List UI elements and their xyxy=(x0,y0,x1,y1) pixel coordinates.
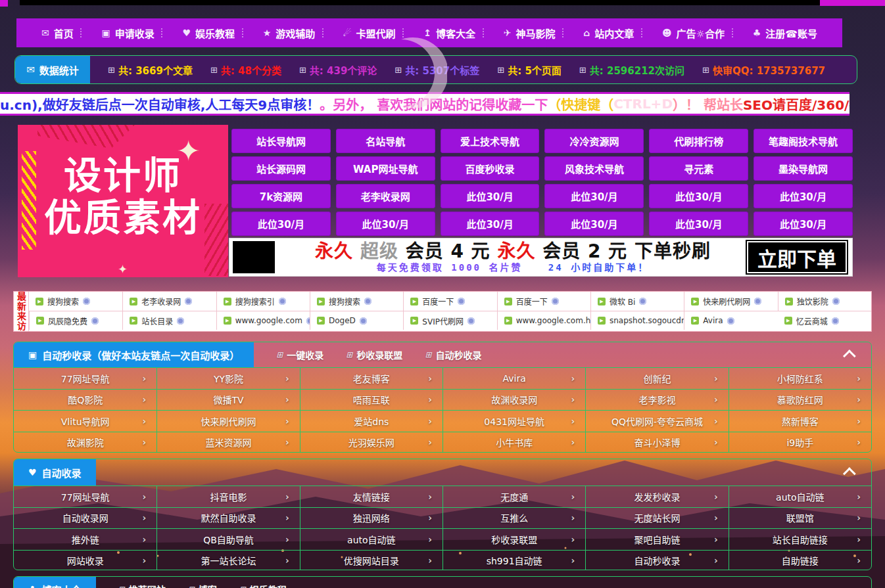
sponsored-link-button[interactable]: 代刷排行榜 xyxy=(649,129,748,153)
site-link[interactable]: 自动秒收录 › xyxy=(585,550,728,571)
site-link[interactable]: 友情链接 › xyxy=(300,486,442,507)
site-link[interactable]: 微播TV › xyxy=(156,389,299,411)
nav-item-articles[interactable]: ⌂ 站内文章 xyxy=(562,26,634,40)
site-link[interactable]: 发发秒收录 › xyxy=(585,486,728,507)
site-link[interactable]: 无度通 › xyxy=(442,486,585,507)
promo-ad-designer-materials[interactable]: ✦ 设计师 优质素材 ✦ xyxy=(18,125,228,277)
sponsored-link-button[interactable]: 名站导航 xyxy=(336,129,435,153)
site-link[interactable]: Avira › xyxy=(442,367,585,389)
site-link[interactable]: QB自助导航 › xyxy=(156,528,299,550)
site-link[interactable]: 自助链接 › xyxy=(729,550,871,571)
sponsored-link-button[interactable]: 此位30/月 xyxy=(753,212,853,236)
site-link[interactable]: 故渊影院 › xyxy=(14,432,156,453)
sponsored-link-button[interactable]: 爱上技术导航 xyxy=(441,129,540,153)
visitor-link[interactable]: ▶ 百度一下 xyxy=(497,292,590,311)
header-tab[interactable]: ⊞ 娱乐教程 xyxy=(239,583,287,588)
sponsored-link-button[interactable]: 此位30/月 xyxy=(544,212,644,236)
site-link[interactable]: 秒收录联盟 › xyxy=(442,528,585,550)
sponsored-link-button[interactable]: 此位30/月 xyxy=(441,184,540,208)
sponsored-link-button[interactable]: 此位30/月 xyxy=(649,212,748,236)
site-link[interactable]: 小牛书库 › xyxy=(442,432,585,453)
nav-item-ads[interactable]: ☻ 广告☼合作 xyxy=(641,26,725,40)
site-link[interactable]: auto自动链 › xyxy=(300,528,442,550)
sponsored-link-button[interactable]: 老李收录网 xyxy=(336,184,435,208)
site-link[interactable]: 77网址导航 › xyxy=(14,367,156,389)
site-link[interactable]: 网站收录 › xyxy=(14,550,156,571)
sponsored-link-button[interactable]: 百度秒收录 xyxy=(441,156,540,181)
site-link[interactable]: 创新纪 › xyxy=(585,367,728,389)
site-link[interactable]: 光羽娱乐网 › xyxy=(300,432,442,453)
nav-item-kameng[interactable]: ☄ 卡盟代刷 xyxy=(322,26,396,40)
header-tab[interactable]: ⊞ 一键收录 xyxy=(276,348,323,361)
site-link[interactable]: QQ代刷网-夸夸云商城 › xyxy=(585,410,728,432)
visitor-link[interactable]: ▶ 独饮影院 xyxy=(778,292,871,311)
visitor-link[interactable]: ▶ 快来刷代刷网 xyxy=(684,292,777,311)
sponsored-link-button[interactable]: 此位30/月 xyxy=(441,212,540,236)
tab-auto-instant-index[interactable]: ▣ 自动秒收录（做好本站友链点一次自动收录） xyxy=(14,342,254,367)
site-link[interactable]: 唔雨互联 › xyxy=(300,389,442,411)
visitor-link[interactable]: ▶ 站长目录 xyxy=(122,311,216,330)
site-link[interactable]: 熬新博客 › xyxy=(729,410,871,432)
site-link[interactable]: 默然自助收录 › xyxy=(156,507,299,529)
site-link[interactable]: 慕歌防红网 › xyxy=(729,389,871,411)
visitor-link[interactable]: ▶ 微软 Bi xyxy=(590,292,684,311)
header-tab[interactable]: ⊞ 博客 xyxy=(188,583,217,588)
sponsored-link-button[interactable]: 7k资源网 xyxy=(231,184,331,208)
site-link[interactable]: 快来刷代刷网 › xyxy=(156,410,299,432)
site-link[interactable]: 奋斗小泽博 › xyxy=(585,432,728,453)
sponsored-link-button[interactable]: 笔趣阁技术导航 xyxy=(753,129,853,153)
visitor-link[interactable]: ▶ 忆云商城 xyxy=(778,311,871,330)
nav-item-blogs[interactable]: ↥ 博客大全 xyxy=(402,26,475,40)
site-link[interactable]: 老友博客 › xyxy=(300,367,442,389)
sponsored-link-button[interactable]: 此位30/月 xyxy=(649,184,748,208)
sponsored-link-button[interactable]: 此位30/月 xyxy=(336,212,435,236)
nav-item-game-assist[interactable]: ★ 游戏辅助 xyxy=(242,26,316,40)
vip-order-banner[interactable]: 永久 超级 会员 4 元 永久 会员 2 元 下单秒刷 每天免费领取 1000 … xyxy=(229,238,853,277)
site-link[interactable]: sh991自动链 › xyxy=(442,550,585,571)
sponsored-link-button[interactable]: 此位30/月 xyxy=(544,184,644,208)
sponsored-link-button[interactable]: 此位30/月 xyxy=(231,212,331,236)
header-tab[interactable]: ⊞ 自动秒收录 xyxy=(425,348,481,361)
visitor-link[interactable]: ▶ 搜狗搜索引 xyxy=(216,292,310,311)
sponsored-link-button[interactable]: 寻元素 xyxy=(649,156,748,181)
visitor-link[interactable]: ▶ www.google.com xyxy=(216,311,310,330)
visitor-link[interactable]: ▶ 凤辰隐免费 xyxy=(29,311,122,330)
visitor-link[interactable]: ▶ SVIP代刷网 xyxy=(403,311,496,330)
site-link[interactable]: 无度站长网 › xyxy=(585,507,728,529)
visitor-link[interactable]: ▶ 搜狗搜索 xyxy=(310,292,403,311)
order-now-button[interactable]: 立即下单 xyxy=(746,240,848,275)
site-link[interactable]: 聚吧自助链 › xyxy=(585,528,728,550)
nav-item-register[interactable]: ♣ 注册☎账号 xyxy=(732,26,817,40)
visitor-link[interactable]: ▶ DogeD xyxy=(310,311,403,330)
site-link[interactable]: 优搜网站目录 › xyxy=(300,550,442,571)
site-link[interactable]: 第一站长论坛 › xyxy=(156,550,299,571)
site-link[interactable]: 互推么 › xyxy=(442,507,585,529)
site-link[interactable]: 联盟馆 › xyxy=(729,507,871,529)
site-link[interactable]: i9助手 › xyxy=(729,432,871,453)
sponsored-link-button[interactable]: 此位30/月 xyxy=(753,184,853,208)
nav-item-home[interactable]: ✉ 首页 xyxy=(41,26,74,40)
header-tab[interactable]: ⊞ 推荐网站 xyxy=(118,583,166,588)
collapse-chevron-icon[interactable] xyxy=(843,350,856,363)
site-link[interactable]: 自动收录网 › xyxy=(14,507,156,529)
sponsored-link-button[interactable]: 站长导航网 xyxy=(231,129,331,153)
visitor-link[interactable]: ▶ Avira xyxy=(684,311,777,330)
sponsored-link-button[interactable]: 风象技术导航 xyxy=(544,156,644,181)
visitor-link[interactable]: ▶ 搜狗搜索 xyxy=(29,292,122,311)
site-link[interactable]: 故渊收录网 › xyxy=(442,389,585,411)
sponsored-link-button[interactable]: 墨染导航网 xyxy=(753,156,853,181)
site-link[interactable]: 蓝米资源网 › xyxy=(156,432,299,453)
tab-auto-index[interactable]: ♥ 自动收录 xyxy=(14,459,96,486)
nav-item-apply[interactable]: ▣ 申请收录 xyxy=(80,26,154,40)
site-link[interactable]: auto自动链 › xyxy=(729,486,871,507)
sponsored-link-button[interactable]: WAP网址导航 xyxy=(336,156,435,181)
header-tab[interactable]: ⊞ 秒收录联盟 xyxy=(346,348,402,361)
tab-blog-directory[interactable]: ♣ 博客大全 xyxy=(14,577,96,588)
site-link[interactable]: 独迅网络 › xyxy=(300,507,442,529)
site-link[interactable]: 老李影视 › xyxy=(585,389,728,411)
site-link[interactable]: 77网址导航 › xyxy=(14,486,156,507)
collapse-chevron-icon[interactable] xyxy=(843,467,856,480)
site-link[interactable]: 小柯防红系 › xyxy=(729,367,871,389)
site-link[interactable]: Vlitu导航网 › xyxy=(14,410,156,432)
nav-item-cinema[interactable]: ✈ 神马影院 xyxy=(483,26,556,40)
